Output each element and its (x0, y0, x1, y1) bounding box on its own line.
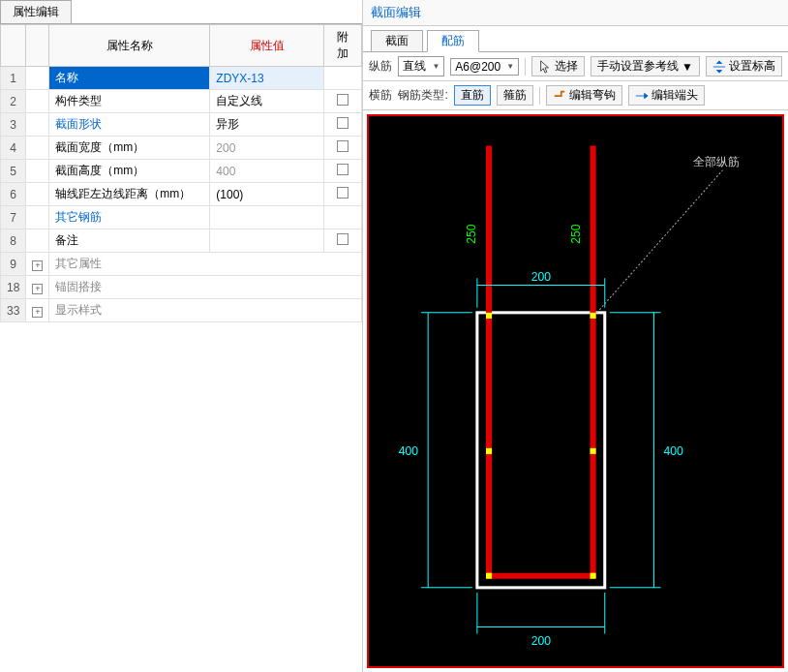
manual-refline-button[interactable]: 手动设置参考线 ▼ (591, 56, 700, 76)
edit-end-button[interactable]: 编辑端头 (628, 85, 705, 106)
expander (26, 229, 49, 253)
prop-name[interactable]: 其它钢筋 (49, 206, 210, 229)
prop-value[interactable] (210, 229, 323, 253)
checkbox-icon[interactable] (337, 117, 349, 129)
prop-attach[interactable] (323, 137, 362, 160)
prop-attach (323, 67, 362, 90)
row-num: 18 (1, 276, 26, 299)
button-label: 设置标高 (729, 58, 775, 75)
expander[interactable]: + (26, 299, 49, 322)
dropdown-label: 直线 (403, 58, 426, 75)
expander (26, 67, 49, 90)
expander (26, 90, 49, 113)
prop-attach (323, 206, 362, 229)
tab-section[interactable]: 截面 (371, 30, 423, 51)
plus-icon[interactable]: + (32, 307, 43, 318)
prop-name[interactable]: 备注 (49, 229, 210, 253)
row-num: 9 (1, 253, 26, 276)
group-name[interactable]: 锚固搭接 (49, 276, 362, 299)
lbl-longitudinal: 纵筋 (369, 58, 392, 75)
expander[interactable]: + (26, 253, 49, 276)
select-button[interactable]: 选择 (531, 56, 585, 76)
prop-value[interactable]: 自定义线 (210, 90, 323, 113)
dim-text: 200 (531, 270, 552, 284)
prop-name[interactable]: 构件类型 (49, 90, 210, 113)
straight-bar-button[interactable]: 直筋 (454, 85, 491, 106)
prop-value[interactable]: ZDYX-13 (210, 67, 323, 90)
row-num: 5 (1, 160, 26, 183)
row-num: 4 (1, 137, 26, 160)
edit-hook-button[interactable]: 编辑弯钩 (546, 85, 622, 106)
button-label: 编辑弯钩 (569, 87, 616, 104)
checkbox-icon[interactable] (337, 233, 349, 245)
separator (525, 58, 526, 76)
hook-icon (553, 89, 566, 103)
checkbox-icon[interactable] (337, 187, 349, 199)
bar-dot (486, 573, 492, 579)
section-drawing: 200 200 400 400 250 250 (369, 116, 782, 666)
expander (26, 137, 49, 160)
prop-name[interactable]: 截面高度（mm） (49, 160, 210, 183)
col-attach: 附加 (323, 25, 362, 67)
checkbox-icon[interactable] (337, 94, 349, 106)
checkbox-icon[interactable] (337, 140, 349, 152)
row-num: 2 (1, 90, 26, 113)
panel-title: 截面编辑 (363, 0, 788, 26)
button-label: 手动设置参考线 (597, 58, 679, 75)
col-name: 属性名称 (49, 25, 210, 67)
prop-value[interactable]: 400 (210, 160, 323, 183)
prop-value[interactable]: (100) (210, 183, 323, 206)
plus-icon[interactable]: + (32, 260, 43, 271)
tab-reinforcement[interactable]: 配筋 (427, 30, 479, 52)
button-label: 选择 (555, 58, 578, 75)
property-table: 属性名称 属性值 附加 1 名称 ZDYX-13 2 构件类型 自定义线 3 (0, 24, 362, 322)
elevation-icon (712, 60, 726, 74)
prop-value[interactable]: 异形 (210, 113, 323, 137)
prop-attach[interactable] (323, 90, 362, 113)
group-name[interactable]: 其它属性 (49, 253, 362, 276)
prop-value[interactable] (210, 206, 323, 229)
prop-attach[interactable] (323, 183, 362, 206)
prop-attach[interactable] (323, 229, 362, 253)
chevron-down-icon: ▼ (682, 60, 693, 74)
outer-section-rect (477, 313, 605, 588)
bar-dot (486, 313, 492, 319)
prop-name[interactable]: 截面形状 (49, 113, 210, 137)
prop-attach[interactable] (323, 113, 362, 137)
col-value: 属性值 (210, 25, 323, 67)
bar-dot (486, 448, 492, 454)
dim-text: 250 (465, 224, 478, 244)
dropdown-linetype[interactable]: 直线 ▼ (398, 56, 444, 76)
prop-name[interactable]: 名称 (49, 67, 210, 90)
set-elevation-button[interactable]: 设置标高 (706, 56, 782, 76)
lbl-transverse: 横筋 (369, 87, 392, 104)
toolbar-row-1: 纵筋 直线 ▼ A6@200 ▼ 选择 手动设置参考线 ▼ 设置标高 (363, 52, 788, 81)
cursor-icon (538, 60, 552, 74)
plus-icon[interactable]: + (32, 284, 43, 294)
group-name[interactable]: 显示样式 (49, 299, 362, 322)
hoop-bar-button[interactable]: 箍筋 (497, 85, 533, 106)
dim-text: 250 (570, 224, 584, 244)
prop-name[interactable]: 轴线距左边线距离（mm） (49, 183, 210, 206)
button-label: 编辑端头 (652, 87, 698, 104)
dropdown-barspec[interactable]: A6@200 ▼ (450, 58, 519, 76)
prop-value[interactable]: 200 (210, 137, 323, 160)
expander (26, 206, 49, 229)
dim-text: 200 (531, 634, 552, 648)
bar-dot (591, 573, 596, 579)
tab-property-edit[interactable]: 属性编辑 (0, 0, 72, 23)
section-editor-panel: 截面编辑 截面 配筋 纵筋 直线 ▼ A6@200 ▼ 选择 手动设置参考线 ▼… (362, 0, 788, 672)
row-num: 1 (1, 67, 26, 90)
row-num: 6 (1, 183, 26, 206)
expander (26, 113, 49, 137)
toolbar-row-2: 横筋 钢筋类型: 直筋 箍筋 编辑弯钩 编辑端头 (363, 81, 788, 110)
checkbox-icon[interactable] (337, 164, 349, 175)
prop-attach[interactable] (323, 160, 362, 183)
bar-dot (591, 313, 596, 319)
separator (539, 87, 540, 105)
expander[interactable]: + (26, 276, 49, 299)
bar-dot (591, 448, 596, 454)
drawing-canvas[interactable]: 200 200 400 400 250 250 (367, 114, 784, 668)
row-num: 7 (1, 206, 26, 229)
prop-name[interactable]: 截面宽度（mm） (49, 137, 210, 160)
